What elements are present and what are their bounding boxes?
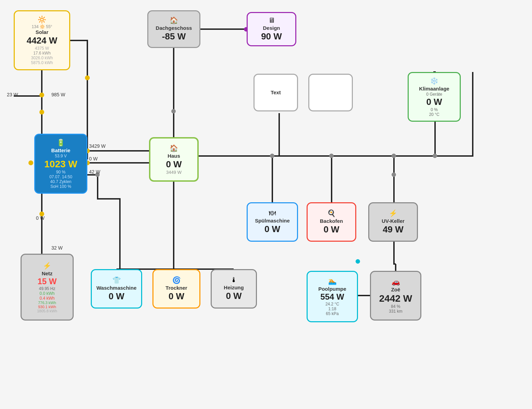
zoe-km: 331 km: [389, 309, 402, 314]
node-trockner[interactable]: 🌀 Trockner 0 W: [152, 269, 200, 309]
netz-kwh5: 1805.8 kWh: [37, 309, 57, 313]
netz-value: 15 W: [37, 277, 57, 286]
batterie-soh: SoH 100 %: [50, 184, 71, 189]
batterie-cycles: 40.7 Zyklen: [50, 179, 71, 184]
label-42w: 42 W: [89, 169, 100, 175]
back-value: 0 W: [323, 224, 339, 235]
node-text2[interactable]: [308, 74, 353, 111]
back-icon: 🍳: [327, 209, 336, 217]
haus-value: 0 W: [166, 159, 182, 170]
zoe-title: Zoë: [391, 287, 400, 293]
zoe-icon: 🚗: [392, 278, 400, 286]
batterie-voltage: 53.9 V: [55, 154, 67, 158]
node-spulmaschine[interactable]: 🍽 Spülmaschine 0 W: [247, 202, 298, 242]
dot-gray-5: [392, 154, 396, 158]
netz-title: Netz: [42, 270, 53, 277]
node-klimaanlage[interactable]: ❄️ Klimaanlage 0 Geräte 0 W 0 % 20 °C: [408, 72, 461, 122]
klima-geraete: 0 Geräte: [426, 92, 442, 97]
node-waschmaschine[interactable]: 👕 Waschmaschine 0 W: [91, 269, 142, 309]
solar-sub2: 17.6 kWh: [33, 51, 51, 56]
netz-hz: 49.95 Hz: [39, 286, 55, 291]
netz-kwh3: 776.3 kWh: [38, 301, 56, 305]
dach-icon: 🏠: [170, 16, 178, 24]
uvkeller-icon: ⚡: [389, 209, 397, 217]
node-dachgeschoss[interactable]: 🏠 Dachgeschoss -85 W: [147, 10, 200, 48]
node-solar[interactable]: 🔆 134 🔆 55° Solar 4424 W 4375 W 17.6 kWh…: [14, 10, 70, 70]
batterie-pct: 90 %: [56, 170, 65, 175]
heizung-title: Heizung: [224, 285, 244, 291]
dach-title: Dachgeschoss: [156, 25, 192, 31]
node-zoe[interactable]: 🚗 Zoë 2442 W 84 % 331 km: [370, 271, 421, 321]
solar-title: Solar: [36, 29, 49, 35]
trockner-value: 0 W: [169, 291, 184, 302]
dot-solar-1: [85, 75, 90, 80]
zoe-pct: 84 %: [391, 304, 400, 309]
solar-icon: 🔆: [38, 15, 46, 24]
netz-kwh1: 0.0 kWh: [39, 291, 54, 296]
haus-title: Haus: [168, 153, 180, 159]
klima-value: 0 W: [426, 97, 442, 107]
dot-gray-3: [270, 154, 274, 158]
batterie-date: 07.07. 14:50: [49, 175, 72, 179]
label-0w: 0 W: [89, 156, 98, 161]
spul-title: Spülmaschine: [255, 218, 290, 224]
pool-time: 1:18: [328, 306, 336, 311]
zoe-value: 2442 W: [379, 293, 412, 304]
solar-temp: 134 🔆 55°: [32, 24, 52, 29]
energy-diagram: 23 W 985 W 3429 W 0 W 42 W 0 W 32 W 🔆 13…: [0, 0, 532, 409]
uvkeller-value: 49 W: [383, 224, 404, 235]
wasch-icon: 👕: [112, 276, 121, 284]
design-title: Design: [263, 25, 280, 31]
spul-icon: 🍽: [269, 209, 276, 217]
pool-value: 554 W: [320, 292, 344, 302]
node-design[interactable]: 🖥 Design 90 W: [247, 12, 296, 46]
netz-kwh2: 0.4 kWh: [39, 296, 54, 301]
node-uvkeller[interactable]: ⚡ UV-Keller 49 W: [368, 202, 418, 242]
node-text1[interactable]: Text: [253, 74, 298, 111]
pool-icon: 🏊: [328, 277, 337, 285]
pool-kpa: 65 kPa: [326, 311, 338, 316]
node-netz[interactable]: ⚡ Netz 15 W 49.95 Hz 0.0 kWh 0.4 kWh 776…: [21, 254, 74, 321]
text1-title: Text: [271, 89, 281, 96]
dot-cyan-1: [356, 259, 360, 264]
spul-value: 0 W: [264, 224, 280, 234]
dot-gray-2: [171, 109, 176, 113]
klima-temp: 20 °C: [429, 112, 439, 117]
dot-solar-3: [39, 110, 44, 115]
solar-sub4: 5875.0 kWh: [31, 60, 53, 65]
trockner-icon: 🌀: [172, 276, 181, 284]
netz-kwh4: 930.1 kWh: [38, 305, 56, 309]
dach-value: -85 W: [162, 31, 186, 42]
dot-solar-2: [39, 93, 44, 97]
dot-gray-6: [433, 154, 437, 158]
label-3429w: 3429 W: [89, 143, 106, 149]
klima-icon: ❄️: [430, 77, 438, 85]
dot-solar-4: [28, 160, 33, 165]
heizung-value: 0 W: [226, 291, 242, 301]
node-heizung[interactable]: 🌡 Heizung 0 W: [211, 269, 257, 309]
haus-sub: 3449 W: [166, 170, 182, 175]
design-value: 90 W: [261, 31, 282, 42]
wasch-value: 0 W: [109, 291, 124, 302]
solar-value: 4424 W: [27, 35, 58, 46]
uvkeller-title: UV-Keller: [382, 218, 405, 224]
label-32w: 32 W: [51, 245, 63, 251]
back-title: Backofen: [320, 218, 343, 224]
node-batterie[interactable]: 🔋 Batterie 53.9 V 1023 W 90 % 07.07. 14:…: [34, 134, 87, 194]
node-poolpumpe[interactable]: 🏊 Poolpumpe 554 W 24.2 °C 1:18 65 kPa: [307, 271, 358, 322]
label-0w-b: 0 W: [36, 215, 45, 221]
heizung-icon: 🌡: [231, 276, 237, 284]
batterie-title: Batterie: [51, 147, 71, 154]
klima-pct: 0 %: [431, 107, 438, 112]
label-985w: 985 W: [51, 92, 65, 97]
node-haus[interactable]: 🏠 Haus 0 W 3449 W: [149, 137, 199, 182]
label-23w: 23 W: [7, 92, 18, 97]
klima-title: Klimaanlage: [419, 86, 449, 92]
batterie-icon: 🔋: [57, 139, 65, 147]
trockner-title: Trockner: [165, 285, 187, 291]
solar-sub3: 3026.0 kWh: [31, 56, 53, 60]
pool-temp: 24.2 °C: [325, 302, 339, 306]
dot-gray-4: [329, 154, 334, 158]
pool-title: Poolpumpe: [318, 286, 346, 292]
node-backofen[interactable]: 🍳 Backofen 0 W: [307, 202, 356, 242]
